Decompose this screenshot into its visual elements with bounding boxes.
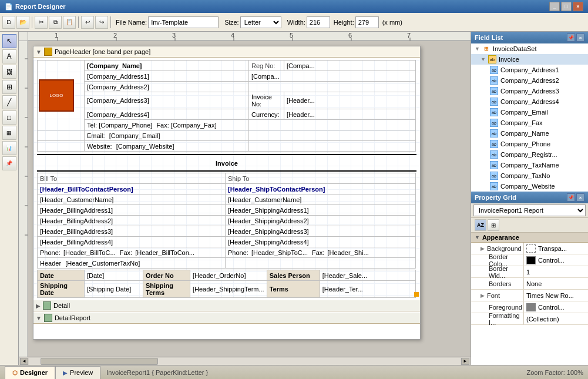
sort-category-button[interactable]: ⊞: [488, 219, 499, 231]
field-company-reg[interactable]: ab Company_Registr...: [471, 149, 588, 160]
ruler-vertical: [19, 41, 28, 357]
band-collapse-icon[interactable]: ▼: [36, 49, 42, 55]
company-addr2: [Company_Address2]: [87, 83, 149, 90]
scroll-right-btn[interactable]: ►: [461, 358, 469, 365]
field-company-fax[interactable]: ab Company_Fax: [471, 118, 588, 128]
toolbar-separator-3: [110, 16, 111, 28]
subreport-tool[interactable]: 📌: [2, 156, 16, 170]
header-invoice: [Header...: [287, 97, 315, 104]
property-object-select[interactable]: InvoiceReport1 Report: [473, 204, 586, 216]
designer-tab[interactable]: ⬡ Designer: [5, 366, 55, 379]
svg-text:2: 2: [113, 32, 117, 39]
dataset-item[interactable]: ▼ ⊞ InvoiceDataSet: [471, 43, 588, 54]
field-list-pin-btn[interactable]: 📌: [567, 33, 575, 42]
detail-label: Detail: [53, 302, 70, 309]
maximize-button[interactable]: □: [561, 2, 572, 11]
field-company-name[interactable]: ab Company_Name: [471, 128, 588, 139]
foreground-prop-value[interactable]: Control...: [524, 301, 588, 313]
email-label: Email:: [87, 132, 105, 139]
date-val-cell: [Date]: [85, 270, 143, 281]
detail-report-collapse-icon[interactable]: ▼: [36, 315, 42, 321]
text-tool[interactable]: A: [2, 49, 16, 63]
sort-alpha-button[interactable]: AZ: [475, 219, 486, 231]
formatting-prop-value[interactable]: (Collection): [524, 313, 588, 324]
tel-label: Tel:: [87, 122, 97, 129]
appearance-collapse-icon: ▼: [475, 234, 480, 240]
field-company-addr1[interactable]: ab Company_Address1: [471, 65, 588, 75]
appearance-group-label: Appearance: [482, 234, 519, 241]
ship-cust-name-cell: [Header_CustomerName]: [226, 194, 416, 205]
open-button[interactable]: 📂: [16, 16, 29, 29]
field-company-phone[interactable]: ab Company_Phone: [471, 139, 588, 149]
table-tool[interactable]: ⊞: [2, 80, 16, 94]
preview-tab[interactable]: ▶ Preview: [55, 366, 100, 379]
height-input[interactable]: [355, 16, 379, 28]
background-prop-value[interactable]: Transpa...: [524, 243, 588, 254]
field-icon-11: ab: [490, 172, 498, 180]
width-input[interactable]: [307, 16, 330, 28]
prop-sort-toolbar: AZ ⊞: [471, 218, 588, 233]
page-header-band[interactable]: ▼ PageHeader [one band per page]: [33, 46, 420, 58]
field-list-panel: Field List 📌 × ▼ ⊞ InvoiceDataSet ▼ ab I…: [471, 32, 588, 192]
scroll-thumb[interactable]: [41, 358, 158, 365]
cursor-tool[interactable]: ↖: [2, 34, 16, 48]
company-phone: [Company_Phone]: [99, 122, 152, 129]
bill-addr1-cell: [Header_BillingAddress1]: [38, 205, 226, 216]
new-button[interactable]: 🗋: [2, 16, 15, 29]
status-info: InvoiceReport1 { PaperKind:Letter }: [106, 369, 208, 376]
border-width-prop-value[interactable]: 1: [524, 266, 588, 277]
copy-button[interactable]: ⧉: [49, 16, 62, 29]
formatting-prop-name: Formatting I...: [471, 313, 524, 324]
report-content: ▼ PageHeader [one band per page]: [28, 41, 471, 344]
field-list-close-btn[interactable]: ×: [576, 33, 584, 42]
field-company-website[interactable]: ab Company_Website: [471, 181, 588, 192]
empty-cell-3: [249, 130, 416, 141]
redo-button[interactable]: ↪: [95, 16, 108, 29]
scroll-left-btn[interactable]: ◄: [20, 358, 28, 365]
shape-tool[interactable]: □: [2, 110, 16, 125]
field-company-email[interactable]: ab Company_Email: [471, 107, 588, 118]
ship-terms-value: [Header_ShippingTerm...: [193, 286, 264, 293]
line-tool[interactable]: ╱: [2, 95, 16, 109]
barcode-tool[interactable]: ▦: [2, 126, 16, 140]
dataset-expand-icon: ▼: [475, 46, 480, 52]
ship-addr3: [Header_ShippingAddress3]: [228, 228, 309, 235]
window-controls: _ □ ×: [549, 2, 583, 11]
property-grid-close-btn[interactable]: ×: [576, 193, 584, 202]
detail-collapse-icon[interactable]: ▶: [36, 303, 41, 309]
ship-terms-val-cell: [Header_ShippingTerm...: [190, 281, 267, 298]
bill-fax-label: Fax:: [120, 249, 132, 256]
undo-button[interactable]: ↩: [81, 16, 94, 29]
size-select[interactable]: Letter: [240, 16, 281, 28]
field-company-taxno[interactable]: ab Company_TaxNo: [471, 170, 588, 181]
chart-tool[interactable]: 📊: [2, 141, 16, 155]
detail-report-band-header[interactable]: ▼ DetailReport: [33, 313, 420, 324]
report-scroll-area[interactable]: ▼ PageHeader [one band per page]: [28, 41, 471, 357]
col-terms: Terms: [270, 286, 288, 293]
detail-band-header[interactable]: ▶ Detail: [33, 300, 420, 311]
paste-button[interactable]: 📋: [63, 16, 76, 29]
image-tool[interactable]: 🖼: [2, 65, 16, 79]
borders-prop-value[interactable]: None: [524, 278, 588, 289]
appearance-group[interactable]: ▼ Appearance: [471, 233, 588, 243]
close-button[interactable]: ×: [573, 2, 583, 11]
field-company-addr4[interactable]: ab Company_Address4: [471, 96, 588, 107]
ship-to-label-cell: Ship To: [226, 173, 416, 184]
property-grid-panel: Property Grid 📌 × InvoiceReport1 Report …: [471, 192, 588, 365]
field-company-addr3[interactable]: ab Company_Address3: [471, 86, 588, 96]
horizontal-scrollbar[interactable]: ◄ ►: [19, 357, 471, 365]
file-name-input[interactable]: [148, 16, 219, 28]
field-company-taxname[interactable]: ab Company_TaxName: [471, 160, 588, 170]
minimize-button[interactable]: _: [549, 2, 560, 11]
height-label: Height:: [334, 19, 354, 26]
property-grid-pin-btn[interactable]: 📌: [567, 193, 575, 202]
field-name-7: Company_Name: [500, 130, 549, 137]
font-prop-value[interactable]: Times New Ro...: [524, 290, 588, 301]
title-bar: 📄 Report Designer _ □ ×: [0, 0, 588, 13]
file-name-label: File Name:: [116, 19, 147, 26]
invoice-table-item[interactable]: ▼ ab Invoice: [471, 54, 588, 65]
company-addr1-cell: [Company_Address1]: [85, 71, 249, 82]
field-company-addr2[interactable]: ab Company_Address2: [471, 75, 588, 86]
cut-button[interactable]: ✂: [35, 16, 48, 29]
border-color-prop-value[interactable]: Control...: [524, 254, 588, 266]
